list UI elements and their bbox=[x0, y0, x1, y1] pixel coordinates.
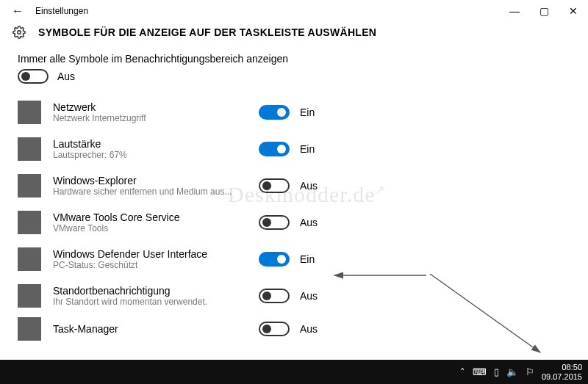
window-buttons: — ▢ ✕ bbox=[500, 5, 588, 17]
tray-clock[interactable]: 08:50 09.07.2015 bbox=[542, 363, 582, 380]
window-title: Einstellungen bbox=[29, 6, 500, 16]
minimize-button[interactable]: — bbox=[500, 5, 529, 17]
taskbar: ˄ ⌨ ▯ 🔈 ⚐ 08:50 09.07.2015 bbox=[0, 360, 588, 384]
item-titles: Windows-ExplorerHardware sicher entferne… bbox=[53, 175, 259, 197]
back-button[interactable]: ← bbox=[12, 4, 29, 18]
item-toggle[interactable] bbox=[259, 105, 290, 120]
master-toggle-state: Aus bbox=[57, 70, 75, 82]
item-titles: LautstärkeLautsprecher: 67% bbox=[53, 138, 259, 160]
item-toggle[interactable] bbox=[259, 142, 290, 156]
master-row: Immer alle Symbole im Benachrichtigungsb… bbox=[18, 53, 570, 84]
system-tray: ˄ ⌨ ▯ 🔈 ⚐ 08:50 09.07.2015 bbox=[460, 363, 582, 380]
item-title: Standortbenachrichtigung bbox=[53, 285, 259, 297]
list-item: StandortbenachrichtigungIhr Standort wir… bbox=[18, 278, 570, 314]
item-titles: StandortbenachrichtigungIhr Standort wir… bbox=[53, 285, 259, 307]
location-icon bbox=[18, 284, 41, 308]
item-title: Windows Defender User Interface bbox=[53, 248, 259, 260]
list-item: VMware Tools Core ServiceVMware ToolsAus bbox=[18, 204, 570, 241]
gear-icon bbox=[12, 25, 26, 40]
tray-notification-icon[interactable]: ⚐ bbox=[526, 366, 534, 377]
tray-keyboard-icon[interactable]: ⌨ bbox=[473, 366, 487, 377]
page-header: SYMBOLE FÜR DIE ANZEIGE AUF DER TASKLEIS… bbox=[0, 22, 588, 53]
item-subtitle: Hardware sicher entfernen und Medium aus… bbox=[53, 186, 251, 197]
page-title: SYMBOLE FÜR DIE ANZEIGE AUF DER TASKLEIS… bbox=[38, 26, 376, 38]
tray-date: 09.07.2015 bbox=[542, 372, 582, 381]
item-title: Windows-Explorer bbox=[53, 175, 259, 186]
volume-icon bbox=[18, 137, 41, 161]
item-toggle[interactable] bbox=[259, 289, 290, 303]
taskmgr-icon bbox=[18, 317, 41, 341]
vmware-icon bbox=[18, 211, 41, 234]
close-button[interactable]: ✕ bbox=[559, 5, 588, 17]
item-toggle-state: Aus bbox=[300, 323, 318, 335]
item-toggle[interactable] bbox=[259, 252, 290, 267]
item-subtitle: Lautsprecher: 67% bbox=[53, 150, 251, 160]
master-toggle[interactable] bbox=[18, 69, 49, 84]
item-toggle[interactable] bbox=[259, 322, 290, 336]
list-item: Windows-ExplorerHardware sicher entferne… bbox=[18, 167, 570, 204]
item-titles: Task-Manager bbox=[53, 323, 259, 335]
list-item: NetzwerkNetzwerk InternetzugriffEin bbox=[18, 94, 570, 131]
tray-battery-icon[interactable]: ▯ bbox=[494, 366, 499, 377]
item-toggle-state: Aus bbox=[300, 180, 318, 192]
item-toggle-state: Ein bbox=[300, 253, 315, 265]
list-item: Windows Defender User InterfacePC-Status… bbox=[18, 241, 570, 278]
tray-time: 08:50 bbox=[542, 363, 582, 372]
item-title: Netzwerk bbox=[53, 101, 259, 113]
usb-icon bbox=[18, 174, 41, 198]
item-title: VMware Tools Core Service bbox=[53, 211, 259, 223]
item-toggle-state: Ein bbox=[300, 143, 315, 155]
content: Immer alle Symbole im Benachrichtigungsb… bbox=[0, 53, 588, 344]
maximize-button[interactable]: ▢ bbox=[529, 5, 559, 17]
item-subtitle: VMware Tools bbox=[53, 223, 251, 233]
item-titles: Windows Defender User InterfacePC-Status… bbox=[53, 248, 259, 270]
network-icon bbox=[18, 101, 41, 124]
list-item: Task-ManagerAus bbox=[18, 314, 570, 344]
item-toggle-state: Ein bbox=[300, 106, 315, 118]
item-subtitle: Ihr Standort wird momentan verwendet. bbox=[53, 297, 251, 307]
items-list: NetzwerkNetzwerk InternetzugriffEinLauts… bbox=[18, 94, 570, 344]
item-title: Task-Manager bbox=[53, 323, 259, 335]
item-toggle-state: Aus bbox=[300, 290, 318, 302]
tray-volume-icon[interactable]: 🔈 bbox=[506, 366, 518, 377]
item-title: Lautstärke bbox=[53, 138, 259, 150]
item-titles: NetzwerkNetzwerk Internetzugriff bbox=[53, 101, 259, 123]
item-subtitle: Netzwerk Internetzugriff bbox=[53, 113, 251, 123]
titlebar: ← Einstellungen — ▢ ✕ bbox=[0, 0, 588, 22]
item-subtitle: PC-Status: Geschützt bbox=[53, 260, 251, 270]
item-toggle[interactable] bbox=[259, 215, 290, 230]
item-titles: VMware Tools Core ServiceVMware Tools bbox=[53, 211, 259, 233]
defender-icon bbox=[18, 247, 41, 271]
tray-chevron-icon[interactable]: ˄ bbox=[460, 366, 465, 377]
item-toggle-state: Aus bbox=[300, 217, 318, 228]
item-toggle[interactable] bbox=[259, 178, 290, 193]
list-item: LautstärkeLautsprecher: 67%Ein bbox=[18, 131, 570, 167]
master-label: Immer alle Symbole im Benachrichtigungsb… bbox=[18, 53, 570, 65]
svg-point-0 bbox=[18, 31, 21, 35]
